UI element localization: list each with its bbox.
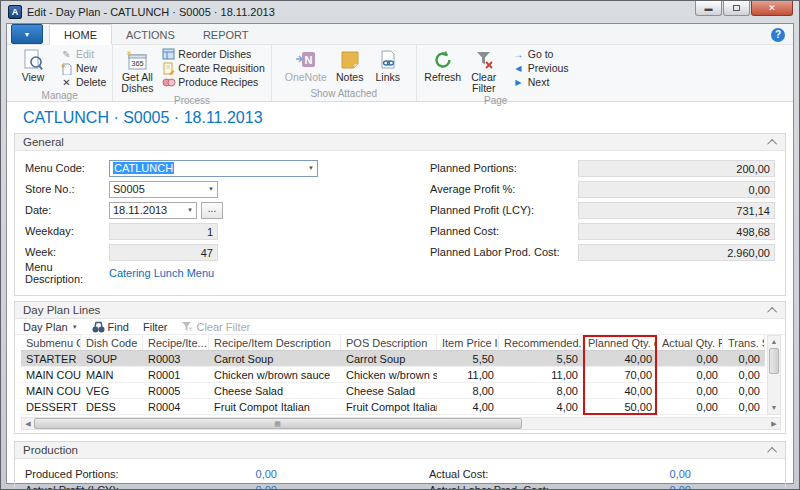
cell-actual-qty[interactable]: 0,00 (657, 383, 723, 398)
cell-recommended[interactable]: 11,00 (499, 367, 583, 382)
cell-recipe-no[interactable]: R0003 (143, 351, 209, 366)
cell-item-price[interactable]: 5,50 (437, 351, 499, 366)
goto-button[interactable]: → Go to (509, 47, 571, 61)
day-plan-lines-band[interactable]: Day Plan Lines (15, 302, 785, 319)
collapse-chevron-icon[interactable] (767, 306, 777, 316)
cell-actual-qty[interactable]: 0,00 (657, 399, 723, 414)
cell-dish-code[interactable]: DESS (81, 399, 143, 414)
notes-button[interactable]: Notes (330, 47, 370, 83)
store-no-input[interactable]: S0005 ▼ (109, 181, 218, 198)
minimize-button[interactable]: ▬ (695, 1, 722, 16)
cell-planned-qty[interactable]: 40,00 (583, 383, 657, 398)
table-row[interactable]: STARTER SOUP R0003 Carrot Soup Carrot So… (21, 351, 765, 367)
day-plan-menu-button[interactable]: Day Plan ▼ (23, 321, 78, 333)
maximize-button[interactable] (723, 1, 750, 16)
cell-actual-qty[interactable]: 0,00 (657, 367, 723, 382)
produced-portions-value[interactable]: 0,00 (173, 468, 277, 480)
production-band[interactable]: Production (15, 442, 785, 459)
previous-button[interactable]: ◀ Previous (509, 61, 571, 75)
column-header-planned-qty[interactable]: Planned Qty. of... (583, 335, 657, 350)
find-button[interactable]: Find (92, 321, 129, 333)
dropdown-arrow-icon[interactable]: ▼ (304, 165, 314, 171)
scroll-up-icon[interactable]: ▲ (768, 336, 780, 348)
title-bar[interactable]: A Edit - Day Plan - CATLUNCH · S0005 · 1… (1, 1, 799, 23)
date-assist-button[interactable]: ... (201, 202, 223, 219)
column-header[interactable]: Item Price Incl. ... (437, 335, 499, 350)
produce-recipes-button[interactable]: Produce Recipes (159, 75, 266, 89)
cell-submenu[interactable]: STARTER (21, 351, 81, 366)
cell-recipe-no[interactable]: R0001 (143, 367, 209, 382)
cell-recipe-description[interactable]: Carrot Soup (209, 351, 341, 366)
get-all-dishes-button[interactable]: 365✳ Get All Dishes (117, 47, 157, 94)
cell-item-price[interactable]: 11,00 (437, 367, 499, 382)
column-header[interactable]: Submenu C... (21, 335, 81, 350)
scroll-down-icon[interactable]: ▼ (768, 402, 780, 414)
actual-cost-value[interactable]: 0,00 (579, 468, 691, 480)
cell-pos-description[interactable]: Chicken w/brown s... (341, 367, 437, 382)
tab-report[interactable]: REPORT (189, 25, 263, 44)
vertical-scrollbar[interactable]: ▲ ▼ (767, 335, 781, 415)
horizontal-scroll-thumb[interactable]: ▦ (34, 418, 522, 429)
menu-description-link[interactable]: Catering Lunch Menu (109, 267, 214, 279)
cell-recommended[interactable]: 8,00 (499, 383, 583, 398)
table-row[interactable]: DESSERT DESS R0004 Fruit Compot Italian … (21, 399, 765, 415)
general-band[interactable]: General (15, 134, 785, 151)
column-header[interactable]: Recommended... (499, 335, 583, 350)
cell-recommended[interactable]: 4,00 (499, 399, 583, 414)
refresh-button[interactable]: Refresh (421, 47, 465, 83)
column-header[interactable]: Recipe/Ite... (143, 335, 209, 350)
delete-button[interactable]: ✕ Delete (57, 75, 108, 89)
collapse-chevron-icon[interactable] (767, 138, 777, 148)
column-header[interactable]: Recipe/Item Description (209, 335, 341, 350)
collapse-chevron-icon[interactable] (767, 446, 777, 456)
links-button[interactable]: Links (370, 47, 406, 83)
cell-submenu[interactable]: MAIN COUR... (21, 367, 81, 382)
cell-recipe-no[interactable]: R0004 (143, 399, 209, 414)
date-input[interactable]: 18.11.2013 ▼ (109, 202, 197, 219)
cell-trans-sales[interactable]: 0,00 (723, 399, 765, 414)
cell-trans-sales[interactable]: 0,00 (723, 383, 765, 398)
cell-dish-code[interactable]: SOUP (81, 351, 143, 366)
actual-labor-value[interactable]: 0,00 (579, 484, 691, 490)
cell-trans-sales[interactable]: 0,00 (723, 367, 765, 382)
cell-recipe-description[interactable]: Chicken w/brown sauce (209, 367, 341, 382)
cell-pos-description[interactable]: Carrot Soup (341, 351, 437, 366)
tab-actions[interactable]: ACTIONS (112, 25, 189, 44)
horizontal-scroll-track[interactable] (522, 418, 768, 429)
horizontal-scrollbar[interactable]: ◀ ▦ ▶ (21, 417, 781, 430)
table-row[interactable]: MAIN COUR... MAIN R0001 Chicken w/brown … (21, 367, 765, 383)
cell-planned-qty[interactable]: 50,00 (583, 399, 657, 414)
menu-code-input[interactable]: CATLUNCH ▼ (109, 160, 318, 177)
vertical-scroll-track[interactable] (768, 374, 780, 402)
scroll-right-icon[interactable]: ▶ (768, 418, 780, 429)
column-header[interactable]: Trans. Sales (... (723, 335, 765, 350)
view-button[interactable]: View (11, 47, 55, 83)
cell-trans-sales[interactable]: 0,00 (723, 351, 765, 366)
dropdown-arrow-icon[interactable]: ▼ (204, 186, 214, 192)
help-icon[interactable]: ? (771, 28, 785, 42)
next-button[interactable]: ▶ Next (509, 75, 571, 89)
cell-actual-qty[interactable]: 0,00 (657, 351, 723, 366)
cell-submenu[interactable]: MAIN COUR... (21, 383, 81, 398)
cell-planned-qty[interactable]: 40,00 (583, 351, 657, 366)
vertical-scroll-thumb[interactable] (769, 348, 779, 374)
tab-home[interactable]: HOME (49, 24, 112, 45)
dropdown-arrow-icon[interactable]: ▼ (183, 207, 193, 213)
cell-pos-description[interactable]: Fruit Compot Italian (341, 399, 437, 414)
close-button[interactable]: ✕ (751, 1, 793, 16)
reorder-dishes-button[interactable]: Reorder Dishes (159, 47, 266, 61)
create-requisition-button[interactable]: Create Requisition (159, 61, 266, 75)
table-row[interactable]: MAIN COUR... VEG R0005 Cheese Salad Chee… (21, 383, 765, 399)
cell-submenu[interactable]: DESSERT (21, 399, 81, 414)
filter-button[interactable]: Filter (143, 321, 167, 333)
column-header[interactable]: Actual Qty. Pro... (657, 335, 723, 350)
actual-profit-value[interactable]: 0,00 (173, 484, 277, 490)
cell-pos-description[interactable]: Cheese Salad (341, 383, 437, 398)
scroll-left-icon[interactable]: ◀ (22, 418, 34, 429)
clear-filter-button[interactable]: Clear Filter (465, 47, 503, 94)
cell-dish-code[interactable]: VEG (81, 383, 143, 398)
column-header[interactable]: POS Description (341, 335, 437, 350)
cell-item-price[interactable]: 4,00 (437, 399, 499, 414)
cell-recommended[interactable]: 5,50 (499, 351, 583, 366)
cell-recipe-description[interactable]: Cheese Salad (209, 383, 341, 398)
